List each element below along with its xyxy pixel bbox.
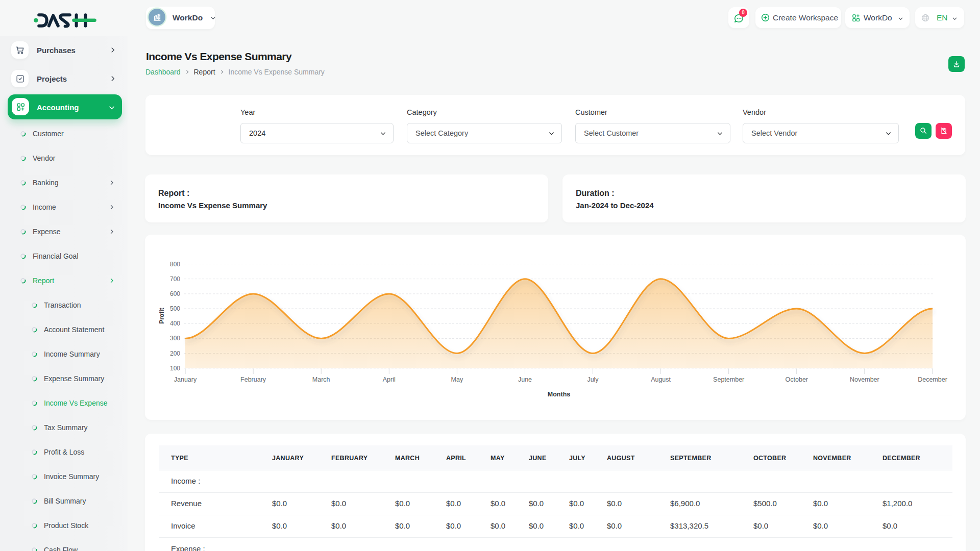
svg-text:March: March [312, 376, 330, 383]
svg-text:800: 800 [170, 261, 180, 268]
svg-text:100: 100 [170, 365, 180, 372]
svg-text:May: May [451, 376, 463, 383]
svg-text:December: December [918, 376, 947, 383]
svg-text:February: February [240, 376, 266, 383]
svg-text:Months: Months [548, 391, 570, 398]
svg-text:September: September [713, 376, 744, 383]
svg-text:Profit: Profit [158, 308, 165, 323]
svg-text:200: 200 [170, 350, 180, 357]
svg-text:300: 300 [170, 335, 180, 342]
svg-text:July: July [587, 376, 599, 383]
svg-text:August: August [651, 376, 671, 383]
svg-text:500: 500 [170, 305, 180, 312]
svg-text:October: October [786, 376, 808, 383]
svg-text:400: 400 [170, 320, 180, 327]
svg-text:January: January [174, 376, 197, 383]
svg-text:600: 600 [170, 290, 180, 297]
svg-text:700: 700 [170, 276, 180, 283]
svg-text:June: June [518, 376, 532, 383]
svg-text:April: April [383, 376, 396, 383]
svg-text:November: November [850, 376, 879, 383]
